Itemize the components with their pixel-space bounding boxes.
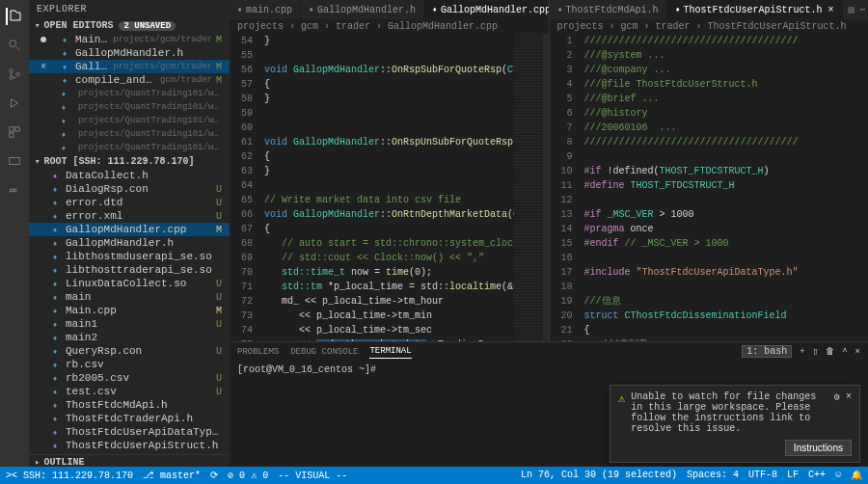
file-tree-item[interactable]: ⬧ThostFtdcTraderApi.h (29, 412, 230, 425)
close-icon[interactable]: × (828, 5, 834, 15)
kill-terminal-icon[interactable]: 🗑 (826, 346, 834, 357)
problems-count[interactable]: ⊘ 0 ⚠ 0 (228, 470, 268, 481)
file-tree-item[interactable]: ⬧Main.cppM (29, 304, 230, 317)
file-tree-item[interactable]: ⬧GallopMdHandler.h (29, 236, 230, 250)
file-tree-item[interactable]: ⬧rb2005.csvU (29, 371, 230, 385)
file-tree-item[interactable]: ⬧error.xmlU (29, 209, 230, 223)
file-tree-item[interactable]: ⬧ThostFtdcUserApiStruct.h (29, 439, 230, 452)
svg-rect-7 (10, 158, 20, 165)
editor-tab[interactable]: ⬧ThostFtdcMdApi.h (550, 0, 667, 19)
remote-indicator[interactable]: >< SSH: 111.229.78.170 (6, 471, 133, 481)
file-tree-item[interactable]: ⬧libthostmduserapi_se.so (29, 250, 230, 263)
open-editor-item[interactable]: ×⬧GallopMdHandler.cppprojects/gcm/trader… (29, 60, 230, 73)
file-tree-item[interactable]: ⬧QueryRsp.conU (29, 344, 230, 358)
panel-tab-problems[interactable]: PROBLEMS (237, 345, 279, 359)
file-icon: ⬧ (557, 5, 562, 14)
file-tree-item[interactable]: ⬧libthosttraderapi_se.so (29, 263, 230, 277)
chevron-down-icon: ▾ (35, 156, 40, 167)
file-tree-item[interactable]: ⬧error.dtdU (29, 196, 230, 209)
file-tree-item[interactable]: ⬧test.csvU (29, 385, 230, 398)
file-icon: ⬧ (48, 225, 62, 235)
code-content[interactable]: ///////////////////////////////////// //… (579, 34, 869, 341)
eol[interactable]: LF (787, 470, 799, 481)
search-icon[interactable] (6, 37, 23, 54)
feedback-icon[interactable]: ☺ (835, 470, 841, 481)
file-tree-item[interactable]: ⬧main1U (29, 317, 230, 331)
dirty-dot-icon (41, 37, 46, 42)
docker-icon[interactable] (6, 181, 23, 199)
open-editor-item[interactable]: ⬧compile_and_run.shgcm/traderM (29, 73, 230, 87)
breadcrumb-right[interactable]: projects › gcm › trader › ThostFtdcUserA… (550, 19, 869, 34)
editor-tab[interactable]: ⬧GallopMdHandler.h (301, 0, 424, 19)
file-tree-item[interactable]: ⬧mainU (29, 290, 230, 304)
open-editor-item[interactable]: ⬧Main.cppprojects/gcm/traderM (29, 33, 230, 46)
svg-rect-9 (14, 189, 16, 192)
more-icon[interactable]: ⋯ (860, 4, 866, 15)
notifications-icon[interactable]: 🔔 (851, 470, 862, 481)
code-content[interactable]: } void GallopMdHandler::OnRspSubForQuote… (258, 34, 514, 341)
terminal-selector[interactable]: 1: bash (742, 345, 792, 358)
close-icon[interactable]: × (846, 391, 852, 434)
file-tree-item[interactable]: ⬧LinuxDataCollect.soU (29, 277, 230, 290)
file-tree-item[interactable]: ⬧DataCollect.h (29, 169, 230, 182)
panel-tab-terminal[interactable]: TERMINAL (369, 344, 411, 359)
encoding[interactable]: UTF-8 (748, 470, 777, 481)
svg-rect-5 (15, 127, 19, 131)
scrollbar[interactable] (543, 34, 549, 341)
minimap[interactable] (514, 34, 543, 341)
close-panel-icon[interactable]: × (855, 347, 860, 357)
extensions-icon[interactable] (6, 123, 23, 141)
workspace-root-header[interactable]: ▾ ROOT [SSH: 111.229.78.170] (29, 154, 230, 169)
maximize-panel-icon[interactable]: ^ (842, 347, 847, 357)
file-tree-item[interactable]: ⬧ThostFtdcMdApi.h (29, 398, 230, 412)
open-editor-item[interactable]: ⬧performance.pyprojects/QuantTrading101/… (29, 141, 230, 154)
git-branch[interactable]: ⎇ master* (143, 470, 201, 481)
editor-left[interactable]: 5455565758596061626364656667686970717273… (230, 34, 549, 341)
vim-mode: -- VISUAL -- (278, 471, 347, 481)
explorer-icon[interactable] (6, 8, 23, 25)
debug-icon[interactable] (6, 94, 23, 112)
close-icon[interactable]: × (41, 62, 46, 72)
new-terminal-icon[interactable]: + (800, 347, 804, 357)
open-editor-item[interactable]: ⬧execution.pyprojects/QuantTrading101/we… (29, 114, 230, 127)
file-tree-item[interactable]: ⬧GallopMdHandler.cppM (29, 223, 230, 236)
gear-icon[interactable]: ⚙ (834, 391, 840, 434)
svg-point-0 (10, 40, 16, 47)
file-tree-item[interactable]: ⬧main2 (29, 331, 230, 344)
file-icon: ⬧ (58, 62, 71, 72)
editor-tab[interactable]: ⬧main.cpp (230, 0, 301, 19)
indent[interactable]: Spaces: 4 (687, 470, 739, 481)
file-icon: ⬧ (48, 238, 62, 249)
editor-tab[interactable]: ⬧GallopMdHandler.cpp (424, 0, 548, 19)
split-terminal-icon[interactable]: ▯ (813, 346, 818, 357)
remote-icon[interactable] (6, 152, 23, 170)
panel-tab-debug[interactable]: DEBUG CONSOLE (290, 345, 358, 359)
language-mode[interactable]: C++ (808, 470, 826, 481)
sync-icon[interactable]: ⟳ (210, 470, 218, 481)
editor-group-right: ⬧ThostFtdcMdApi.h⬧ThostFtdcUserApiStruct… (549, 0, 869, 341)
file-icon: ⬧ (48, 252, 62, 262)
split-icon[interactable]: ▥ (849, 4, 854, 15)
file-icon: ⬧ (48, 346, 62, 357)
file-tree-item[interactable]: ⬧DialogRsp.conU (29, 182, 230, 196)
terminal[interactable]: [root@VM_0_16_centos ~]# (230, 361, 868, 379)
file-icon: ⬧ (432, 5, 437, 14)
editor-right[interactable]: 1234567891011121314151617181920212223242… (550, 34, 869, 341)
instructions-button[interactable]: Instructions (785, 440, 852, 456)
open-editor-item[interactable]: ⬧datahandler.pyprojects/QuantTrading101/… (29, 87, 230, 100)
file-tree-item[interactable]: ⬧Trawww.ym8a.cnU (29, 452, 230, 454)
file-icon: ⬧ (48, 441, 62, 451)
file-icon: ⬧ (48, 211, 62, 222)
cursor-position[interactable]: Ln 76, Col 30 (19 selected) (521, 470, 677, 481)
breadcrumb-left[interactable]: projects › gcm › trader › GallopMdHandle… (230, 19, 549, 34)
file-tree-item[interactable]: ⬧ThostFtdcUserApiDataType.h (29, 425, 230, 439)
open-editor-item[interactable]: ⬧myconstants.pyprojects/QuantTrading101/… (29, 127, 230, 141)
open-editor-item[interactable]: ⬧event.pyprojects/QuantTrading101/week3 (29, 100, 230, 114)
file-icon: ⬧ (48, 279, 62, 289)
open-editors-header[interactable]: ▾ OPEN EDITORS 2 UNSAVED (29, 18, 230, 33)
svg-rect-6 (10, 133, 14, 137)
file-tree-item[interactable]: ⬧rb.csv (29, 358, 230, 371)
open-editor-item[interactable]: ⬧GallopMdHandler.h (29, 46, 230, 60)
editor-tab[interactable]: ⬧ThostFtdcUserApiStruct.h× (667, 0, 843, 19)
scm-icon[interactable] (6, 66, 23, 83)
